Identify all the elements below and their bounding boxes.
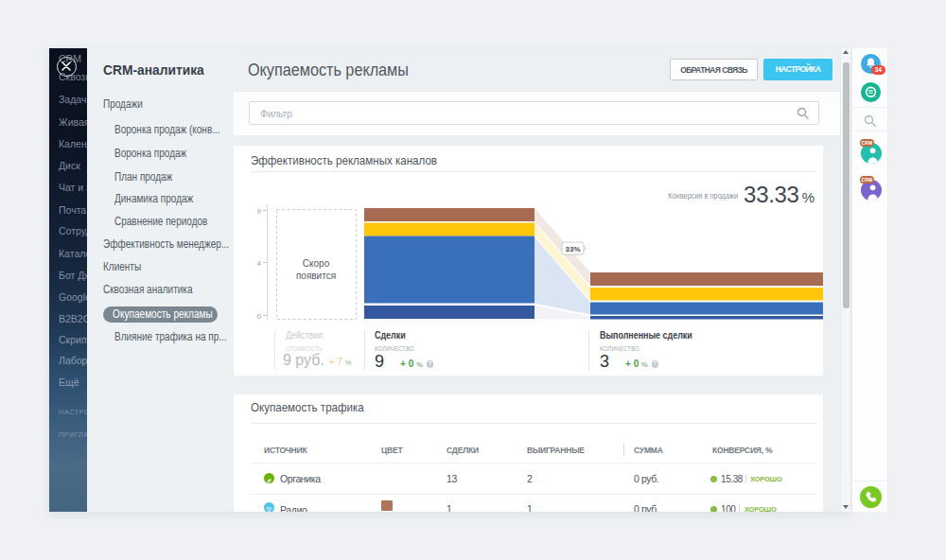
svg-text:Скоро: Скоро [303,258,330,269]
svg-text:9: 9 [257,207,262,216]
svg-text:33%: 33% [565,245,580,254]
svg-text:0: 0 [257,312,262,321]
svg-text:появится: появится [296,271,336,281]
svg-text:4: 4 [257,259,262,268]
